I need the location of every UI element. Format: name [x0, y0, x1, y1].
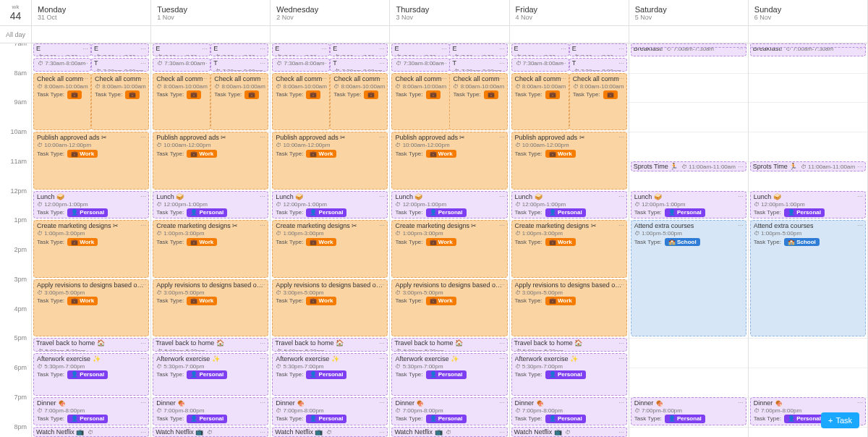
event-menu-icon[interactable]: ⋯ [738, 399, 744, 407]
event-menu-icon[interactable]: ⋯ [260, 399, 265, 407]
event-t-left[interactable]: ⏱ 7:30am-8:00am⋯ [153, 58, 210, 71]
event-e-right[interactable]: E ⏱ 7:00am-7:30am⋯ [210, 43, 268, 56]
event-e-left[interactable]: E ⏱ 7:00am-7:30am⋯ [391, 43, 449, 56]
event-t-right[interactable]: T ⏱ 7:30am-8:00am⋯ [449, 58, 507, 71]
day-column[interactable]: E ⏱ 7:00am-7:30am⋯E ⏱ 7:00am-7:30am⋯ ⏱ 7… [390, 43, 509, 437]
event-sports[interactable]: Sprots Time 🏃 ⏱ 11:00am-11:00am⋯ [631, 161, 746, 171]
event-netflix[interactable]: Watch Netflix 📺 ⏱ ⋯ [391, 427, 507, 437]
event-publish-ads[interactable]: Publish approved ads ✂⏱ 10:00am-12:00pmT… [153, 132, 268, 189]
event-lunch[interactable]: Lunch 🥪⏱ 12:00pm-1:00pmTask Type:👤 Perso… [153, 191, 268, 219]
event-courses[interactable]: Attend extra courses⏱ 1:00pm-5:00pmTask … [750, 220, 866, 336]
event-t-right[interactable]: T ⏱ 7:30am-8:00am⋯ [210, 58, 268, 71]
event-menu-icon[interactable]: ⋯ [140, 60, 146, 67]
event-check-comm[interactable]: Check all comm⏱ 8:00am-10:00amTask Type:… [391, 73, 449, 130]
event-menu-icon[interactable]: ⋯ [260, 429, 265, 436]
event-marketing[interactable]: Create marketing designs ✂⏱ 1:00pm-3:00p… [33, 220, 149, 277]
allday-cell[interactable] [271, 26, 390, 43]
day-header[interactable]: Friday4 Nov [510, 0, 629, 25]
event-menu-icon[interactable]: ⋯ [140, 193, 146, 200]
day-header[interactable]: Saturday5 Nov [629, 0, 749, 25]
event-exercise[interactable]: Afterwork exercise ✨⏱ 5:30pm-7:00pmTask … [153, 353, 268, 396]
event-menu-icon[interactable]: ⋯ [618, 134, 624, 141]
event-lunch[interactable]: Lunch 🥪⏱ 12:00pm-1:00pmTask Type:👤 Perso… [631, 191, 746, 219]
day-header[interactable]: Thursday3 Nov [390, 0, 509, 25]
event-menu-icon[interactable]: ⋯ [499, 281, 505, 289]
event-check-comm[interactable]: Check all comm⏱ 8:00am-10:00amTask Type:… [210, 73, 268, 130]
event-menu-icon[interactable]: ⋯ [738, 164, 744, 171]
event-courses[interactable]: Attend extra courses⏱ 1:00pm-5:00pmTask … [631, 220, 746, 336]
event-check-comm[interactable]: Check all comm⏱ 8:00am-10:00amTask Type:… [569, 73, 627, 130]
event-publish-ads[interactable]: Publish approved ads ✂⏱ 10:00am-12:00pmT… [391, 132, 507, 189]
event-check-comm[interactable]: Check all comm⏱ 8:00am-10:00amTask Type:… [330, 73, 388, 130]
event-check-comm[interactable]: Check all comm⏱ 8:00am-10:00amTask Type:… [91, 73, 149, 130]
event-exercise[interactable]: Afterwork exercise ✨⏱ 5:30pm-7:00pmTask … [272, 353, 388, 396]
event-e-right[interactable]: E ⏱ 7:00am-7:30am⋯ [449, 43, 507, 56]
event-menu-icon[interactable]: ⋯ [561, 60, 566, 67]
event-menu-icon[interactable]: ⋯ [379, 46, 385, 53]
event-menu-icon[interactable]: ⋯ [321, 46, 327, 53]
event-travel-home[interactable]: Travel back to home 🏠 ⏱ 5:00pm-5:30pm⋯ [153, 338, 268, 351]
event-menu-icon[interactable]: ⋯ [260, 222, 265, 229]
event-lunch[interactable]: Lunch 🥪⏱ 12:00pm-1:00pmTask Type:👤 Perso… [750, 191, 866, 219]
event-menu-icon[interactable]: ⋯ [82, 60, 88, 67]
event-menu-icon[interactable]: ⋯ [202, 75, 208, 82]
event-menu-icon[interactable]: ⋯ [140, 46, 146, 53]
event-menu-icon[interactable]: ⋯ [618, 60, 624, 67]
event-menu-icon[interactable]: ⋯ [321, 75, 327, 82]
event-menu-icon[interactable]: ⋯ [260, 75, 265, 82]
event-menu-icon[interactable]: ⋯ [140, 399, 146, 407]
event-menu-icon[interactable]: ⋯ [379, 281, 385, 289]
day-column[interactable]: Breakfast! ⏱ 7:00am-7:30am⋯Sprots Time 🏃… [749, 43, 868, 437]
event-menu-icon[interactable]: ⋯ [499, 134, 505, 141]
event-menu-icon[interactable]: ⋯ [379, 134, 385, 141]
event-menu-icon[interactable]: ⋯ [260, 281, 265, 289]
event-menu-icon[interactable]: ⋯ [379, 399, 385, 407]
event-revisions[interactable]: Apply revisions to designs based on f 🍴⏱… [511, 279, 627, 336]
event-marketing[interactable]: Create marketing designs ✂⏱ 1:00pm-3:00p… [511, 220, 627, 277]
event-revisions[interactable]: Apply revisions to designs based on f 🍴⏱… [272, 279, 388, 336]
event-menu-icon[interactable]: ⋯ [857, 193, 863, 200]
event-menu-icon[interactable]: ⋯ [618, 46, 624, 53]
event-menu-icon[interactable]: ⋯ [618, 75, 624, 82]
event-t-right[interactable]: T ⏱ 7:30am-8:00am⋯ [91, 58, 149, 71]
event-dinner[interactable]: Dinner 🍖⏱ 7:00pm-8:00pmTask Type:👤 Perso… [272, 397, 388, 425]
event-e-left[interactable]: E ⏱ 7:00am-7:30am⋯ [272, 43, 330, 56]
event-menu-icon[interactable]: ⋯ [857, 222, 863, 229]
day-header[interactable]: Monday31 Oct [32, 0, 151, 25]
day-header[interactable]: Sunday6 Nov [749, 0, 868, 25]
event-lunch[interactable]: Lunch 🥪⏱ 12:00pm-1:00pmTask Type:👤 Perso… [272, 191, 388, 219]
event-menu-icon[interactable]: ⋯ [561, 75, 566, 82]
event-menu-icon[interactable]: ⋯ [618, 355, 624, 362]
event-menu-icon[interactable]: ⋯ [499, 46, 505, 53]
event-netflix[interactable]: Watch Netflix 📺 ⏱ ⋯ [511, 427, 627, 437]
event-menu-icon[interactable]: ⋯ [379, 222, 385, 229]
event-t-right[interactable]: T ⏱ 7:30am-8:00am⋯ [330, 58, 388, 71]
event-menu-icon[interactable]: ⋯ [140, 340, 146, 347]
event-check-comm[interactable]: Check all comm⏱ 8:00am-10:00amTask Type:… [272, 73, 330, 130]
allday-cell[interactable] [629, 26, 749, 43]
event-menu-icon[interactable]: ⋯ [260, 193, 265, 200]
event-menu-icon[interactable]: ⋯ [499, 355, 505, 362]
event-travel-home[interactable]: Travel back to home 🏠 ⏱ 5:00pm-5:30pm⋯ [33, 338, 149, 351]
event-menu-icon[interactable]: ⋯ [82, 75, 88, 82]
event-menu-icon[interactable]: ⋯ [321, 60, 327, 67]
allday-cell[interactable] [390, 26, 509, 43]
event-partial-top[interactable] [631, 43, 746, 48]
event-netflix[interactable]: Watch Netflix 📺 ⏱ ⋯ [272, 427, 388, 437]
event-menu-icon[interactable]: ⋯ [618, 193, 624, 200]
event-menu-icon[interactable]: ⋯ [379, 340, 385, 347]
event-e-right[interactable]: E ⏱ 7:00am-7:30am⋯ [569, 43, 627, 56]
allday-cell[interactable] [749, 26, 868, 43]
day-header[interactable]: Wednesday2 Nov [271, 0, 390, 25]
event-e-right[interactable]: E ⏱ 7:00am-7:30am⋯ [91, 43, 149, 56]
event-menu-icon[interactable]: ⋯ [202, 46, 208, 53]
event-menu-icon[interactable]: ⋯ [379, 75, 385, 82]
event-menu-icon[interactable]: ⋯ [441, 75, 447, 82]
event-menu-icon[interactable]: ⋯ [618, 429, 624, 436]
event-sports[interactable]: Sprots Time 🏃 ⏱ 11:00am-11:00am⋯ [750, 161, 866, 171]
event-menu-icon[interactable]: ⋯ [618, 281, 624, 289]
event-check-comm[interactable]: Check all comm⏱ 8:00am-10:00amTask Type:… [33, 73, 91, 130]
allday-cell[interactable] [151, 26, 271, 43]
day-column[interactable]: E ⏱ 7:00am-7:30am⋯E ⏱ 7:00am-7:30am⋯ ⏱ 7… [510, 43, 629, 437]
event-t-left[interactable]: ⏱ 7:30am-8:00am⋯ [33, 58, 91, 71]
